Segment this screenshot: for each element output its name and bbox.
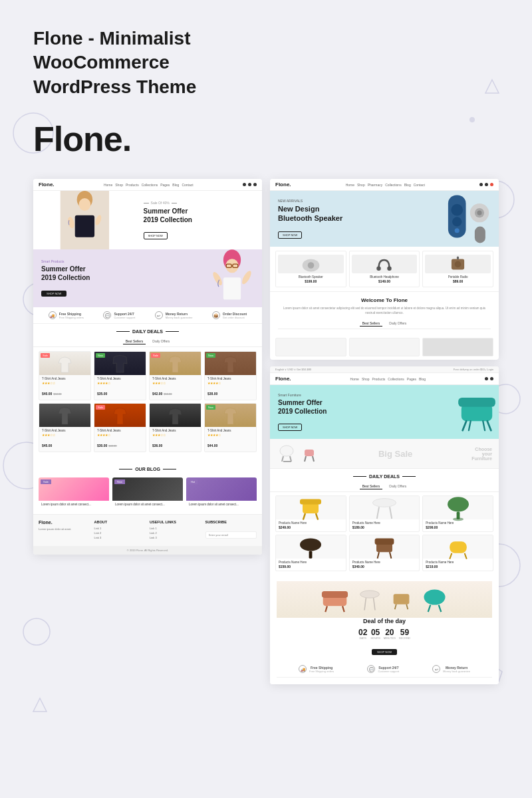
- welcome-tab-daily[interactable]: Daily Offers: [386, 321, 409, 327]
- blog-text-1: Lorem ipsum dolor sit amet consect...: [39, 501, 109, 509]
- product-badge-sale-6: Sale: [96, 405, 105, 410]
- footer-about-link-2[interactable]: Link 2: [94, 531, 146, 535]
- tech-nav-collections[interactable]: Collections: [385, 183, 401, 187]
- furn-nav-pages[interactable]: Pages: [407, 377, 416, 381]
- footer-about-link-3[interactable]: Link 3: [94, 536, 146, 539]
- product-name-7: T-Shirt And Jeans: [152, 429, 198, 432]
- fashion-nav-logo: Flone.: [39, 182, 55, 188]
- product-name-6: T-Shirt And Jeans: [97, 429, 143, 432]
- tech-nav-contact[interactable]: Contact: [414, 183, 425, 187]
- small-product-1[interactable]: Bluetooth Speaker $199.00: [275, 251, 346, 287]
- tech-search-icon[interactable]: [479, 183, 483, 186]
- furn-tab-best-sellers[interactable]: Best Sellers: [360, 483, 383, 489]
- furn-feature-return-text: Money Return Money back guarantee: [443, 666, 470, 673]
- tech-nav-shop[interactable]: Shop: [357, 183, 365, 187]
- furn-user-icon[interactable]: [490, 377, 493, 380]
- product-card-4[interactable]: New T-Shirt And Jeans ★★★★☆ $38.00: [204, 351, 257, 400]
- furniture-img-2: [350, 496, 420, 519]
- fashion-shop-button[interactable]: SHOP NOW: [144, 232, 168, 239]
- product-pricing-4: $38.00: [207, 386, 253, 398]
- small-product-3[interactable]: Portable Radio $89.00: [422, 251, 493, 287]
- furniture-card-6[interactable]: Products Name Here $219.00: [422, 535, 493, 571]
- tab-daily-offers[interactable]: Daily Offers: [150, 338, 172, 344]
- product-card-8[interactable]: New T-Shirt And Jeans ★★★★☆ $44.00: [204, 403, 257, 452]
- product-pricing-1: $40.00$50.00: [42, 386, 88, 398]
- feature-return: ↩ Money Return Money back guarantee: [155, 311, 193, 319]
- tech-shop-button[interactable]: SHOP NOW: [278, 231, 302, 239]
- nav-link-shop[interactable]: Shop: [115, 183, 123, 187]
- svg-rect-28: [223, 277, 241, 299]
- smart-products-label: Smart Products: [41, 259, 90, 263]
- tech-nav-blog[interactable]: Blog: [404, 183, 411, 187]
- blog-card-3[interactable]: Hot Lorem ipsum dolor sit amet consect..…: [186, 477, 257, 509]
- tech-nav-home[interactable]: Home: [346, 183, 354, 187]
- footer-useful-link-2[interactable]: Link 2: [150, 531, 201, 535]
- tech-nav-pharmacy[interactable]: Pharmacy: [368, 183, 383, 187]
- product-card-5[interactable]: T-Shirt And Jeans ★★★☆☆ $45.00: [39, 403, 91, 452]
- tech-cart-icon[interactable]: [490, 183, 493, 186]
- blog-card-1[interactable]: Sale Lorem ipsum dolor sit amet consect.…: [39, 477, 109, 509]
- furniture-price-1: $249.00: [279, 525, 343, 529]
- subscribe-input[interactable]: [205, 531, 257, 539]
- nav-link-contact[interactable]: Contact: [182, 183, 193, 187]
- furn-nav-collections[interactable]: Collections: [388, 377, 404, 381]
- furn-nav-home[interactable]: Home: [350, 377, 359, 381]
- product-name-2: T-Shirt And Jeans: [97, 377, 143, 380]
- tech-hero: NEW ARRIVALS New DesignBluetooth Speaker…: [270, 191, 499, 247]
- small-product-price-3: $89.00: [425, 279, 491, 283]
- svg-point-82: [360, 591, 379, 598]
- deal-section: Deal of the day 02 DAYS 05 HOURS 20 MIN: [270, 575, 499, 684]
- tech-nav-links: Home Shop Pharmacy Collections Blog Cont…: [346, 183, 425, 187]
- feature-return-text: Money Return Money back guarantee: [166, 312, 193, 319]
- smart-furniture-label: Smart Furniture: [278, 393, 491, 397]
- furniture-card-3[interactable]: Products Name Here $299.00: [422, 495, 493, 532]
- nav-link-home[interactable]: Home: [104, 183, 112, 187]
- product-card-1[interactable]: Sale T-Shirt And Jeans ★★★☆☆ $40.00$50.0…: [39, 351, 91, 400]
- small-product-2[interactable]: Bluetooth Headphone $149.00: [349, 251, 420, 287]
- countdown-hours: 05 HOURS: [370, 628, 380, 640]
- welcome-tab-best-sellers[interactable]: Best Sellers: [360, 321, 383, 327]
- blog-card-2[interactable]: New Lorem ipsum dolor sit amet consect..…: [112, 477, 183, 509]
- search-icon[interactable]: [243, 183, 246, 186]
- nav-link-pages[interactable]: Pages: [160, 183, 170, 187]
- lavender-hero-text: Smart Products Summer Offer2019 Collecti…: [41, 259, 90, 297]
- furniture-nav-icons: [485, 377, 493, 380]
- furniture-nav-links: Home Shop Products Collections Pages Blo…: [350, 377, 426, 381]
- furn-return-icon: ↩: [432, 665, 440, 673]
- product-card-2[interactable]: New T-Shirt And Jeans ★★★★☆ $35.00: [94, 351, 146, 400]
- furn-nav-blog[interactable]: Blog: [419, 377, 426, 381]
- furniture-card-4[interactable]: Products Name Here $159.00: [275, 535, 346, 571]
- tech-user-icon[interactable]: [485, 183, 488, 186]
- cart-icon[interactable]: [253, 183, 257, 186]
- furniture-card-2[interactable]: Products Name Here $189.00: [349, 495, 420, 532]
- deal-button-wrapper: SHOP NOW: [277, 644, 492, 656]
- user-icon[interactable]: [248, 183, 251, 186]
- footer-useful-link-3[interactable]: Link 3: [150, 536, 201, 539]
- fashion-hero: Sale Of 40% Summer Offer2019 Collection …: [33, 191, 262, 249]
- tab-best-sellers[interactable]: Best Sellers: [123, 338, 146, 344]
- svg-point-30: [240, 269, 253, 285]
- furniture-card-5[interactable]: Products Name Here $349.00: [349, 535, 420, 571]
- footer-brand: Flone.: [39, 520, 90, 525]
- footer-useful-link-1[interactable]: Link 1: [150, 527, 201, 530]
- furniture-card-1[interactable]: Products Name Here $249.00: [275, 495, 346, 532]
- furn-nav-shop[interactable]: Shop: [362, 377, 370, 381]
- nav-link-collections[interactable]: Collections: [142, 183, 158, 187]
- deal-shop-button[interactable]: SHOP NOW: [372, 649, 397, 655]
- footer-about-link-1[interactable]: Link 1: [94, 527, 146, 530]
- product-card-6[interactable]: Sale T-Shirt And Jeans ★★★★☆ $30.00$40.0…: [94, 403, 146, 452]
- nav-link-blog[interactable]: Blog: [172, 183, 179, 187]
- furniture-shop-button[interactable]: SHOP NOW: [278, 424, 302, 431]
- lavender-shop-button[interactable]: SHOP NOW: [41, 291, 66, 297]
- product-card-7[interactable]: T-Shirt And Jeans ★★★☆☆ $36.00: [149, 403, 201, 452]
- product-card-3[interactable]: Sale T-Shirt And Jeans ★★★☆☆ $42.00$55.0…: [149, 351, 201, 400]
- nav-link-products[interactable]: Products: [126, 183, 139, 187]
- furn-nav-products[interactable]: Products: [372, 377, 386, 381]
- furn-search-icon[interactable]: [485, 377, 488, 380]
- product-info-5: T-Shirt And Jeans ★★★☆☆ $45.00: [39, 427, 90, 452]
- feature-support: 💬 Support 24/7 Customer support: [103, 311, 135, 319]
- blog-img-2: New: [112, 477, 183, 501]
- furn-tab-daily[interactable]: Daily Offers: [386, 483, 409, 489]
- tech-nav-icons: [479, 183, 493, 186]
- furniture-info-4: Products Name Here $159.00: [276, 559, 346, 571]
